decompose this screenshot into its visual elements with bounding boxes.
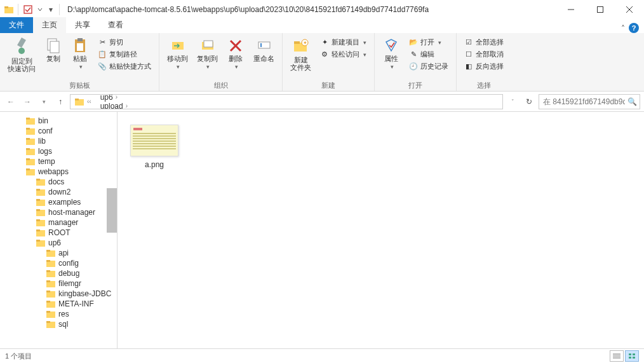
tree-item[interactable]: lib [0,136,117,146]
group-label: 打开 [379,80,452,91]
tree-item[interactable]: filemgr [0,278,117,289]
tree-item[interactable]: temp [0,156,117,167]
invert-icon: ◧ [464,62,473,71]
tab-file[interactable]: 文件 [0,17,33,33]
help-icon[interactable]: ? [629,23,639,33]
tree-item[interactable]: META-INF [0,299,117,309]
tree-item[interactable]: config [0,258,117,268]
svg-rect-2 [24,6,32,13]
svg-rect-68 [46,321,50,323]
icons-view-button[interactable] [625,350,639,362]
tree-item[interactable]: sql [0,319,117,329]
move-to-button[interactable]: 移动到▾ [163,34,192,72]
svg-rect-62 [46,291,50,292]
tree-item[interactable]: manager [0,217,117,228]
svg-rect-66 [46,311,50,313]
svg-rect-1 [4,6,8,8]
edit-icon: ✎ [409,50,418,59]
paste-shortcut-button[interactable]: 📎粘贴快捷方式 [95,61,154,72]
ribbon-tabs: 文件 主页 共享 查看 ˄ ? [0,18,644,33]
select-all-button[interactable]: ☑全部选择 [462,37,506,48]
search-box[interactable]: 🔍 [539,94,640,109]
tree-item[interactable]: debug [0,268,117,278]
qat-check-icon[interactable] [22,4,34,15]
window-title: D:\app\tomcat\apache-tomcat-8.5.61\webap… [67,5,429,14]
tree-item[interactable]: api [0,248,117,258]
group-label: 组织 [163,80,278,91]
tab-share[interactable]: 共享 [66,17,99,33]
delete-button[interactable]: 删除▾ [223,34,248,72]
tree-item[interactable]: docs [0,177,117,187]
breadcrumb-segment[interactable]: up6› [98,94,241,102]
new-item-button[interactable]: ✦新建项目▾ [318,37,369,48]
svg-rect-19 [258,42,270,48]
history-button[interactable]: 🕘历史记录 [406,61,451,72]
tab-view[interactable]: 查看 [99,17,132,33]
svg-rect-42 [36,189,40,191]
tree-item[interactable]: logs [0,146,117,156]
svg-rect-74 [629,357,631,359]
open-button[interactable]: 📂打开▾ [406,37,451,48]
tree-item[interactable]: webapps [0,167,117,177]
up-button[interactable]: ↑ [53,95,67,109]
minimize-button[interactable] [556,0,586,18]
pin-to-quick-access-button[interactable]: 固定到 快速访问 [4,34,39,75]
select-all-icon: ☑ [464,38,473,47]
svg-rect-38 [26,168,30,170]
copy-to-button[interactable]: 复制到▾ [193,34,222,72]
history-dropdown[interactable]: ˅ [506,95,520,109]
svg-rect-60 [46,280,50,282]
file-item[interactable]: a.png [130,125,178,169]
svg-rect-72 [629,353,631,355]
svg-rect-28 [26,118,30,120]
svg-rect-10 [50,41,59,53]
ribbon-collapse-icon[interactable]: ˄ [617,24,629,33]
new-folder-button[interactable]: ✦新建 文件夹 [286,34,315,74]
tree-item[interactable]: down2 [0,187,117,197]
content-pane[interactable]: a.png [117,112,644,348]
tree-item[interactable]: kingbase-JDBC [0,289,117,299]
back-button[interactable]: ← [4,95,18,109]
qat-dropdown-icon[interactable] [36,4,44,15]
breadcrumb-segment[interactable]: upload› [98,102,241,109]
status-bar: 1 个项目 [0,348,644,363]
breadcrumb[interactable]: ‹‹ app›tomcat›apache-tomcat-8.5.61›webap… [70,94,503,109]
details-view-button[interactable] [610,350,624,362]
history-icon: 🕘 [409,62,418,71]
select-none-button[interactable]: ☐全部取消 [462,49,506,60]
tree-item[interactable]: examples [0,197,117,207]
tree-item[interactable]: ROOT [0,228,117,238]
maximize-button[interactable] [586,0,615,18]
qat-overflow-icon[interactable]: ▾ [46,4,55,15]
tab-home[interactable]: 主页 [33,17,66,33]
refresh-button[interactable]: ↻ [522,97,536,106]
group-clipboard: 固定到 快速访问 复制 粘贴 ▾ ✂剪切 📋复制路径 📎粘贴快捷方式 剪贴板 [0,33,159,91]
tree-item[interactable]: res [0,309,117,319]
svg-rect-12 [77,38,83,41]
recent-dropdown[interactable]: ▾ [37,95,51,109]
status-item-count: 1 个项目 [5,352,32,361]
svg-rect-73 [633,353,635,355]
edit-button[interactable]: ✎编辑 [406,49,451,60]
tree-item[interactable]: host-manager [0,207,117,217]
svg-rect-56 [46,260,50,262]
scrollbar-thumb[interactable] [107,188,117,233]
svg-text:✦: ✦ [302,40,307,46]
breadcrumb-root-icon[interactable]: ‹‹ [72,97,97,106]
invert-selection-button[interactable]: ◧反向选择 [462,61,506,72]
search-input[interactable] [543,97,625,106]
rename-button[interactable]: 重命名 [250,34,278,65]
tree-item[interactable]: up6 [0,238,117,248]
paste-button[interactable]: 粘贴 ▾ [67,34,93,72]
select-none-icon: ☐ [464,50,473,59]
properties-button[interactable]: 属性▾ [379,34,404,72]
nav-tree[interactable]: binconfliblogstempwebappsdocsdown2exampl… [0,112,117,348]
tree-item[interactable]: conf [0,126,117,136]
close-button[interactable] [615,0,644,18]
cut-button[interactable]: ✂剪切 [95,37,154,48]
easy-access-button[interactable]: ⚙轻松访问▾ [318,49,369,60]
copy-path-button[interactable]: 📋复制路径 [95,49,154,60]
tree-item[interactable]: bin [0,116,117,126]
forward-button[interactable]: → [20,95,34,109]
copy-button[interactable]: 复制 [41,34,66,65]
